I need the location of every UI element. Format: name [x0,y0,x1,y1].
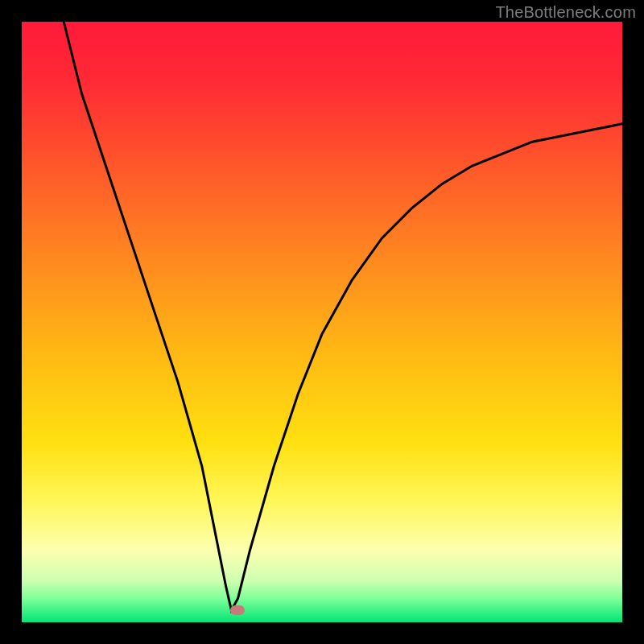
plot-frame [22,22,622,622]
gradient-rect [22,22,622,622]
attribution-text: TheBottleneck.com [495,3,636,22]
bottleneck-chart [22,22,622,622]
vertex-marker [230,605,245,615]
